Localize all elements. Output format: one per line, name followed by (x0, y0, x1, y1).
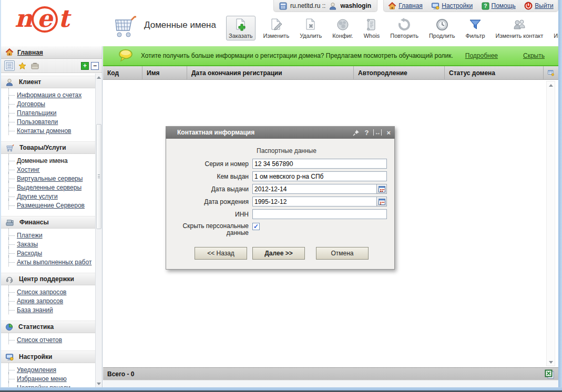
toolbar-button-order[interactable]: Заказать (226, 16, 256, 40)
sidebar-section-settings[interactable]: Настройки (1, 350, 95, 363)
sidebar-item[interactable]: Акты выполненных работ (1, 257, 95, 266)
next-button[interactable]: Далее >> (252, 247, 305, 260)
sidebar-link[interactable]: Хостинг (17, 166, 40, 173)
toolbar-button-config[interactable]: Конфиг. (330, 16, 356, 40)
column-settings-button[interactable] (544, 66, 558, 79)
sidebar-link[interactable]: Платежи (17, 232, 43, 239)
topbar-link-home[interactable]: Главная (388, 2, 423, 10)
hide-personal-checkbox[interactable]: ✓ (252, 223, 260, 230)
toolbar-button-edit[interactable]: Изменить (261, 16, 292, 40)
birth-date-input[interactable] (252, 197, 376, 207)
list-view-icon[interactable] (4, 60, 15, 71)
calendar-picker-button[interactable] (376, 197, 387, 207)
sidebar-item[interactable]: Размещение Серверов (1, 201, 95, 210)
sidebar-item[interactable]: Список отчетов (1, 335, 95, 344)
banner-more-link[interactable]: Подробнее (465, 52, 498, 59)
sidebar-link[interactable]: Акты выполненных работ (17, 259, 91, 266)
cancel-button[interactable]: Отмена (316, 247, 369, 260)
sidebar-link[interactable]: Список отчетов (17, 336, 62, 344)
column-header-status[interactable]: Статус домена (445, 66, 544, 79)
sidebar-link[interactable]: Размещение Серверов (17, 202, 85, 209)
column-header-name[interactable]: Имя (142, 66, 187, 79)
content-scrollbar[interactable] (546, 81, 555, 366)
scroll-down-icon[interactable] (96, 380, 102, 387)
sidebar-item[interactable]: Плательщики (1, 108, 95, 117)
sidebar-link[interactable]: Расходы (17, 250, 42, 257)
sidebar-home-link[interactable]: Главная (17, 49, 43, 56)
passport-number-input[interactable] (252, 159, 387, 169)
sidebar-item[interactable]: Договоры (1, 99, 95, 108)
sidebar-item[interactable]: Хостинг (1, 165, 95, 174)
sidebar-item[interactable]: Архив запросов (1, 296, 95, 305)
inn-input[interactable] (252, 209, 387, 219)
issue-date-input[interactable] (252, 184, 376, 194)
sidebar-section-statistics[interactable]: Статистика (1, 321, 95, 333)
sidebar-item[interactable]: Платежи (1, 231, 95, 240)
sidebar-link[interactable]: Другие услуги (17, 193, 58, 200)
toolbar-button-repeat[interactable]: Повторить (387, 16, 421, 40)
scroll-down-icon[interactable] (547, 358, 555, 366)
column-header-expiry[interactable]: Дата окончания регистрации (187, 66, 354, 79)
pin-icon[interactable] (353, 129, 360, 136)
sidebar-item[interactable]: Виртуальные серверы (1, 174, 95, 183)
sidebar-item[interactable]: Настройки панели (1, 383, 95, 387)
toolbar-button-edit-contact[interactable]: Изменить контакт (493, 16, 546, 40)
sidebar-link[interactable]: Архив запросов (17, 297, 63, 305)
collapse-all-button[interactable]: − (91, 62, 99, 70)
topbar-link-logout[interactable]: Выйти (524, 2, 554, 10)
sidebar-item[interactable]: Другие услуги (1, 192, 95, 201)
banner-hide-link[interactable]: Скрыть (523, 52, 545, 59)
sidebar-item[interactable]: Контакты доменов (1, 126, 95, 135)
close-icon[interactable]: × (386, 129, 391, 137)
column-header-autorenew[interactable]: Автопродление (354, 66, 445, 79)
sidebar-scrollbar-thumb[interactable] (96, 124, 101, 229)
sidebar-link[interactable]: Уведомления (17, 366, 56, 374)
topbar-link-help[interactable]: ? Помощь (482, 2, 516, 10)
sidebar-scrollbar[interactable] (95, 74, 102, 387)
toolbar-button-renew[interactable]: Продлить (426, 16, 458, 40)
sidebar-section-finance[interactable]: Финансы (1, 216, 95, 229)
sidebar-link[interactable]: Контакты доменов (17, 127, 71, 135)
sidebar-link[interactable]: Избранное меню (17, 375, 67, 383)
sidebar-link[interactable]: Пользователи (17, 118, 58, 126)
sidebar-item[interactable]: Заказы (1, 240, 95, 249)
toolbar-button-filter[interactable]: Фильтр (463, 16, 488, 40)
sidebar-section-products[interactable]: Товары/Услуги (1, 141, 95, 154)
sidebar-link[interactable]: Виртуальные серверы (17, 175, 83, 182)
sidebar-link[interactable]: Плательщики (17, 109, 56, 117)
toolbar-button-delete[interactable]: Удалить (297, 16, 324, 40)
sidebar-link[interactable]: Информация о счетах (17, 91, 81, 99)
sidebar-link[interactable]: Доменные имена (17, 157, 68, 164)
expand-all-button[interactable]: + (81, 62, 89, 70)
sidebar-section-support[interactable]: Центр поддержки (1, 273, 95, 285)
sidebar-item[interactable]: Список запросов (1, 287, 95, 296)
sidebar-item[interactable]: Информация о счетах (1, 90, 95, 99)
column-header-code[interactable]: Код (103, 66, 142, 79)
favorites-star-icon[interactable] (17, 60, 27, 71)
excel-export-button[interactable] (545, 369, 554, 379)
calendar-picker-button[interactable] (376, 184, 387, 194)
sidebar-link[interactable]: Выделенные серверы (17, 184, 81, 191)
issued-by-input[interactable] (252, 171, 387, 181)
sidebar-item[interactable]: Выделенные серверы (1, 183, 95, 192)
sidebar-item[interactable]: Избранное меню (1, 374, 95, 383)
scroll-up-icon[interactable] (96, 74, 102, 81)
toolbar-button-whois[interactable]: Whois (361, 16, 383, 40)
dialog-titlebar[interactable]: Контактная информация ? ↔ × (166, 126, 395, 139)
sidebar-item[interactable]: Расходы (1, 249, 95, 257)
back-button[interactable]: << Назад (195, 247, 247, 260)
sidebar-link[interactable]: Договоры (17, 100, 45, 108)
resize-icon[interactable]: ↔ (373, 129, 382, 136)
briefcase-icon[interactable] (29, 60, 40, 71)
sidebar-link[interactable]: База знаний (17, 306, 53, 314)
topbar-link-settings[interactable]: Настройки (431, 2, 473, 10)
sidebar-link[interactable]: Список запросов (17, 288, 66, 296)
sidebar-section-client[interactable]: Клиент (1, 76, 95, 88)
sidebar-item-current[interactable]: Доменные имена (1, 156, 95, 165)
sidebar-item[interactable]: База знаний (1, 305, 95, 314)
scroll-up-icon[interactable] (547, 81, 555, 89)
sidebar-item[interactable]: Уведомления (1, 365, 95, 374)
sidebar-item[interactable]: Пользователи (1, 117, 95, 126)
help-question-icon[interactable]: ? (364, 129, 369, 137)
sidebar-link[interactable]: Заказы (17, 241, 38, 248)
